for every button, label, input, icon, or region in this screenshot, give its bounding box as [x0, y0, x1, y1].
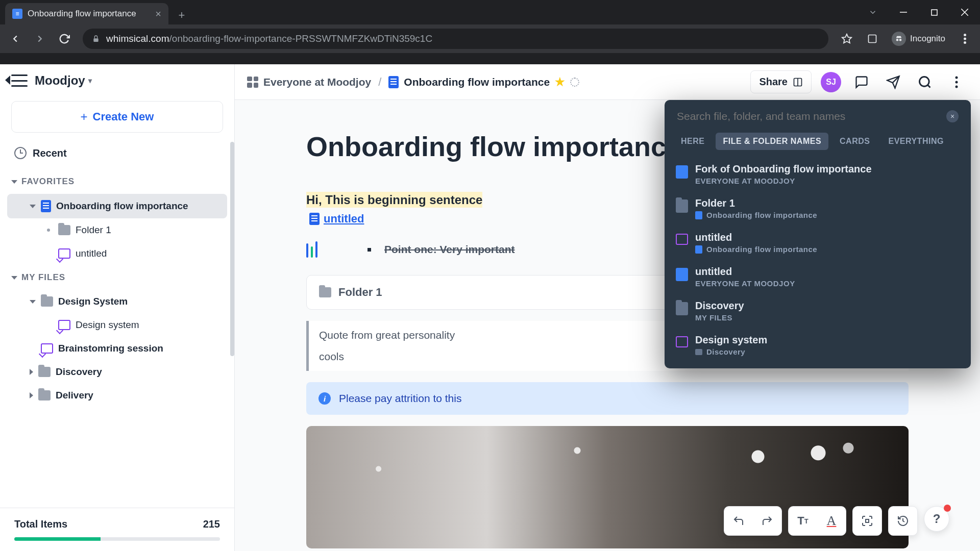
reload-button[interactable]: [54, 29, 75, 49]
sidebar-item-brainstorming[interactable]: Brainstomring session: [7, 337, 227, 360]
star-icon[interactable]: ★: [555, 76, 565, 89]
svg-point-20: [955, 85, 958, 88]
linked-doc[interactable]: untitled: [309, 212, 364, 226]
forward-button[interactable]: [30, 29, 50, 49]
avatar[interactable]: SJ: [821, 72, 841, 92]
result-title: Discovery: [695, 300, 744, 312]
search-result[interactable]: Discovery MY FILES: [665, 294, 971, 328]
workspace-switcher[interactable]: Moodjoy ▾: [35, 73, 92, 88]
svg-point-10: [964, 38, 966, 40]
close-tab-icon[interactable]: ×: [155, 8, 161, 20]
share-button[interactable]: Share: [750, 70, 812, 93]
search-input[interactable]: [677, 110, 946, 122]
total-items-count: 215: [203, 518, 220, 530]
comments-icon[interactable]: [850, 71, 873, 93]
focus-button[interactable]: [853, 507, 881, 535]
window-maximize[interactable]: [919, 0, 949, 24]
text-size-button[interactable]: TT: [789, 507, 817, 535]
breadcrumb-separator: /: [378, 76, 381, 89]
incognito-icon: [892, 32, 906, 46]
extensions-icon[interactable]: [862, 29, 883, 49]
svg-marker-5: [842, 34, 851, 43]
sidebar-item-untitled[interactable]: untitled: [7, 242, 227, 265]
redo-button[interactable]: [753, 507, 781, 535]
collapse-sidebar-button[interactable]: [11, 74, 28, 87]
search-result[interactable]: untitled EVERYONE AT MOODJOY: [665, 260, 971, 294]
filter-here[interactable]: HERE: [674, 133, 712, 150]
address-bar[interactable]: whimsical.com/onboarding-flow-importance…: [83, 29, 828, 49]
new-tab-button[interactable]: +: [173, 6, 191, 24]
sidebar-item-label: Brainstomring session: [58, 343, 163, 354]
result-sub: EVERYONE AT MOODJOY: [695, 177, 872, 185]
folder-icon: [41, 296, 53, 307]
sidebar-item-folder1[interactable]: Folder 1: [7, 218, 227, 242]
create-label: Create New: [93, 110, 154, 123]
info-icon: i: [318, 392, 331, 405]
search-result[interactable]: Fork of Onboarding flow importance EVERY…: [665, 157, 971, 191]
linked-doc-label: untitled: [324, 212, 364, 226]
svg-point-19: [955, 81, 958, 83]
board-icon: [58, 248, 70, 259]
avatar-initials: SJ: [826, 78, 836, 87]
sidebar-item-onboarding[interactable]: Onboarding flow importance: [7, 194, 227, 218]
breadcrumb-doc[interactable]: Onboarding flow importance ★: [388, 76, 579, 89]
sidebar: Moodjoy ▾ + Create New Recent FAVORITES …: [0, 64, 235, 551]
myfiles-section[interactable]: MY FILES: [0, 265, 234, 290]
sidebar-item-design-system-board[interactable]: Design system: [7, 313, 227, 337]
sidebar-item-design-system[interactable]: Design System: [7, 290, 227, 313]
result-title: untitled: [695, 232, 817, 243]
star-icon[interactable]: [837, 29, 857, 49]
result-sub: Onboarding flow importance: [695, 211, 817, 219]
filter-file-folder[interactable]: FILE & FOLDER NAMES: [716, 133, 828, 150]
window-minimize[interactable]: [888, 0, 919, 24]
svg-point-7: [896, 39, 899, 41]
sidebar-item-label: Design System: [58, 296, 128, 307]
chevron-down-icon[interactable]: [857, 0, 888, 24]
history-button[interactable]: [889, 507, 917, 535]
create-new-button[interactable]: + Create New: [11, 101, 223, 133]
undo-button[interactable]: [724, 507, 753, 535]
search-result[interactable]: untitled Onboarding flow importance: [665, 226, 971, 260]
breadcrumb-label: Everyone at Moodjoy: [263, 76, 371, 88]
highlighted-text[interactable]: Hi, This is beginning sentence: [306, 192, 482, 208]
send-icon[interactable]: [882, 71, 904, 93]
result-sub: EVERYONE AT MOODJOY: [695, 279, 795, 288]
browser-chrome: ≡ Onboarding flow importance × + whimsic…: [0, 0, 980, 64]
svg-line-17: [927, 85, 930, 87]
svg-point-8: [899, 39, 902, 41]
help-button[interactable]: ?: [924, 506, 949, 532]
svg-point-9: [964, 34, 966, 36]
sidebar-item-discovery[interactable]: Discovery: [7, 360, 227, 384]
breadcrumb-workspace[interactable]: Everyone at Moodjoy: [247, 76, 371, 88]
sidebar-item-delivery[interactable]: Delivery: [7, 384, 227, 407]
search-result[interactable]: Design system Discovery: [665, 328, 971, 362]
breadcrumb-label: Onboarding flow importance: [404, 76, 550, 88]
favorites-section[interactable]: FAVORITES: [0, 169, 234, 194]
caret-right-icon: [30, 369, 33, 375]
close-icon[interactable]: ×: [946, 110, 959, 122]
window-close[interactable]: [949, 0, 980, 24]
result-title: Design system: [695, 334, 767, 346]
search-icon[interactable]: [914, 71, 936, 93]
caret-right-icon: [30, 392, 33, 398]
result-title: Fork of Onboarding flow importance: [695, 163, 872, 175]
sidebar-item-label: Design system: [76, 319, 139, 331]
search-result[interactable]: Folder 1 Onboarding flow importance: [665, 191, 971, 226]
board-icon: [676, 234, 688, 245]
back-button[interactable]: [5, 29, 26, 49]
recent-link[interactable]: Recent: [0, 142, 234, 169]
incognito-badge[interactable]: Incognito: [888, 32, 949, 46]
main-area: Everyone at Moodjoy / Onboarding flow im…: [235, 64, 980, 551]
browser-tab[interactable]: ≡ Onboarding flow importance ×: [5, 3, 168, 24]
sidebar-item-label: untitled: [76, 248, 107, 259]
more-icon[interactable]: [945, 71, 968, 93]
browser-menu-icon[interactable]: [954, 29, 975, 49]
svg-rect-4: [93, 38, 98, 42]
sync-icon: [570, 78, 579, 87]
info-text: Please pay attrition to this: [339, 392, 461, 405]
filter-everything[interactable]: EVERYTHING: [881, 133, 950, 150]
text-style-button[interactable]: A: [817, 507, 846, 535]
filter-cards[interactable]: CARDS: [832, 133, 877, 150]
info-callout[interactable]: i Please pay attrition to this: [306, 382, 909, 415]
clock-icon: [14, 147, 27, 159]
